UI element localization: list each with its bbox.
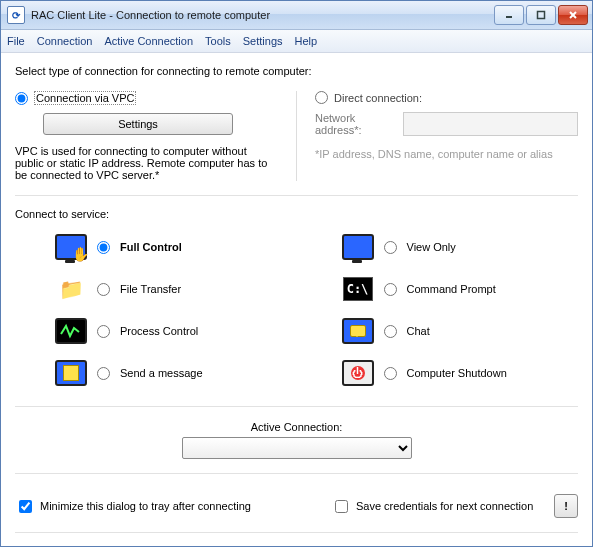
intro-text: Select type of connection for connecting… — [15, 65, 578, 77]
minimize-button[interactable] — [494, 5, 524, 25]
chat-label[interactable]: Chat — [407, 325, 430, 337]
services-label: Connect to service: — [15, 208, 578, 220]
file-transfer-icon: 📁 — [55, 273, 87, 305]
menu-settings[interactable]: Settings — [243, 35, 283, 47]
info-button[interactable]: ! — [554, 494, 578, 518]
full-control-icon: ✋ — [55, 231, 87, 263]
direct-radio-label[interactable]: Direct connection: — [334, 92, 422, 104]
service-shutdown: ⏻ Computer Shutdown — [342, 354, 559, 392]
button-row: Connect Exit — [15, 543, 578, 546]
command-prompt-icon: C:\ — [342, 273, 374, 305]
save-credentials-label: Save credentials for next connection — [356, 500, 533, 512]
menu-file[interactable]: File — [7, 35, 25, 47]
service-process-control: Process Control — [55, 312, 272, 350]
minimize-label: Minimize this dialog to tray after conne… — [40, 500, 251, 512]
process-control-icon — [55, 315, 87, 347]
close-button[interactable] — [558, 5, 588, 25]
save-credentials-checkbox[interactable] — [335, 500, 348, 513]
send-message-icon — [55, 357, 87, 389]
full-control-radio[interactable] — [97, 241, 110, 254]
service-send-message: Send a message — [55, 354, 272, 392]
vpc-radio[interactable] — [15, 92, 28, 105]
active-connection-select[interactable] — [182, 437, 412, 459]
options-row: Minimize this dialog to tray after conne… — [15, 494, 578, 518]
content-area: Select type of connection for connecting… — [1, 53, 592, 546]
chat-icon — [342, 315, 374, 347]
network-address-label: Network address*: — [315, 112, 395, 136]
view-only-radio[interactable] — [384, 241, 397, 254]
window-controls — [494, 5, 588, 25]
network-address-input[interactable] — [403, 112, 578, 136]
connection-type-row: Connection via VPC Settings VPC is used … — [15, 91, 578, 181]
direct-radio[interactable] — [315, 91, 328, 104]
app-icon: ⟳ — [7, 6, 25, 24]
service-chat: Chat — [342, 312, 559, 350]
vpc-radio-label[interactable]: Connection via VPC — [34, 91, 136, 105]
svg-rect-1 — [538, 12, 545, 19]
file-transfer-label[interactable]: File Transfer — [120, 283, 181, 295]
maximize-button[interactable] — [526, 5, 556, 25]
menu-help[interactable]: Help — [295, 35, 318, 47]
service-command-prompt: C:\ Command Prompt — [342, 270, 559, 308]
minimize-option[interactable]: Minimize this dialog to tray after conne… — [15, 497, 251, 516]
titlebar[interactable]: ⟳ RAC Client Lite - Connection to remote… — [1, 1, 592, 30]
separator-1 — [15, 195, 578, 196]
send-message-radio[interactable] — [97, 367, 110, 380]
direct-column: Direct connection: Network address*: *IP… — [297, 91, 578, 181]
menu-active-connection[interactable]: Active Connection — [104, 35, 193, 47]
vpc-description: VPC is used for connecting to computer w… — [15, 145, 278, 181]
process-control-radio[interactable] — [97, 325, 110, 338]
process-control-label[interactable]: Process Control — [120, 325, 198, 337]
menu-tools[interactable]: Tools — [205, 35, 231, 47]
service-view-only: View Only — [342, 228, 559, 266]
minimize-checkbox[interactable] — [19, 500, 32, 513]
active-connection-label: Active Connection: — [15, 421, 578, 433]
save-credentials-option[interactable]: Save credentials for next connection — [331, 497, 533, 516]
shutdown-radio[interactable] — [384, 367, 397, 380]
full-control-label[interactable]: Full Control — [120, 241, 182, 253]
file-transfer-radio[interactable] — [97, 283, 110, 296]
app-window: ⟳ RAC Client Lite - Connection to remote… — [0, 0, 593, 547]
shutdown-label[interactable]: Computer Shutdown — [407, 367, 507, 379]
view-only-label[interactable]: View Only — [407, 241, 456, 253]
network-address-note: *IP address, DNS name, computer name or … — [315, 148, 578, 160]
separator-3 — [15, 473, 578, 474]
separator-4 — [15, 532, 578, 533]
shutdown-icon: ⏻ — [342, 357, 374, 389]
command-prompt-radio[interactable] — [384, 283, 397, 296]
menu-connection[interactable]: Connection — [37, 35, 93, 47]
service-file-transfer: 📁 File Transfer — [55, 270, 272, 308]
separator-2 — [15, 406, 578, 407]
service-full-control: ✋ Full Control — [55, 228, 272, 266]
menubar: File Connection Active Connection Tools … — [1, 30, 592, 53]
send-message-label[interactable]: Send a message — [120, 367, 203, 379]
vpc-column: Connection via VPC Settings VPC is used … — [15, 91, 296, 181]
window-title: RAC Client Lite - Connection to remote c… — [31, 9, 494, 21]
vpc-settings-button[interactable]: Settings — [43, 113, 233, 135]
services-grid: ✋ Full Control View Only 📁 File Transfer… — [15, 228, 578, 392]
chat-radio[interactable] — [384, 325, 397, 338]
active-connection-section: Active Connection: — [15, 421, 578, 459]
view-only-icon — [342, 231, 374, 263]
command-prompt-label[interactable]: Command Prompt — [407, 283, 496, 295]
